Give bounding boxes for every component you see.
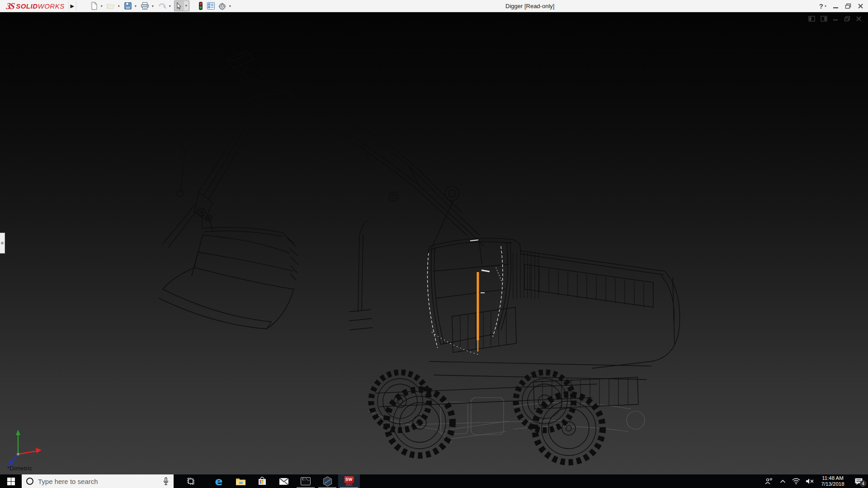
solidworks-2017-icon: SW 2017 (344, 476, 354, 487)
quick-access-toolbar: ▾ ▾ ▾ ▾ ▾ ▾ ▾ (89, 0, 233, 11)
close-button[interactable] (858, 3, 863, 9)
taskbar-app-command-prompt[interactable]: C:\_ (295, 474, 316, 488)
close-icon (858, 3, 863, 9)
action-center-button[interactable]: 4 (849, 474, 868, 488)
system-tray: 11:48 AM 7/13/2018 4 (762, 474, 868, 488)
select-dropdown-caret[interactable]: ▾ (184, 1, 189, 11)
print-button[interactable]: ▾ (140, 0, 156, 11)
clock-time: 11:48 AM (817, 475, 848, 481)
help-caret-icon: ▾ (825, 4, 826, 8)
edge-icon: e (215, 476, 223, 487)
save-floppy-icon (124, 2, 132, 10)
file-properties-button[interactable] (206, 0, 216, 11)
open-button[interactable]: ▾ (106, 0, 122, 11)
store-icon (258, 477, 267, 486)
brand-solid: SOLID (16, 2, 38, 10)
microphone-icon[interactable] (163, 477, 169, 485)
taskbar-app-solidworks[interactable]: SW 2017 (338, 474, 360, 488)
chevron-up-icon (780, 479, 786, 483)
save-dropdown-caret[interactable]: ▾ (133, 4, 138, 8)
options-gear-icon (218, 2, 226, 10)
task-view-button[interactable] (180, 474, 202, 488)
open-folder-icon (107, 2, 115, 10)
digger-wireframe-model (0, 12, 868, 474)
new-dropdown-caret[interactable]: ▾ (99, 4, 104, 8)
taskbar-search[interactable] (22, 474, 174, 488)
menu-flyout-arrow[interactable]: ▶ (68, 1, 76, 11)
restore-button[interactable] (845, 3, 851, 9)
taskbar-clock[interactable]: 11:48 AM 7/13/2018 (816, 475, 849, 487)
people-button[interactable] (762, 474, 776, 488)
title-bar: 3S SOLIDWORKS ▶ ▾ ▾ ▾ ▾ ▾ ▾ (0, 0, 868, 12)
print-icon (141, 2, 149, 10)
rebuild-button[interactable] (197, 0, 205, 11)
file-properties-icon (207, 2, 215, 10)
command-prompt-icon: C:\_ (301, 477, 311, 485)
windows-taskbar: e C:\_ SW 2017 11:48 (0, 474, 868, 488)
edrawings-hexagon-icon (322, 476, 333, 487)
taskbar-app-edrawings[interactable] (316, 474, 338, 488)
mail-icon (279, 478, 289, 485)
show-hidden-icons-button[interactable] (776, 474, 789, 488)
minimize-icon (833, 3, 839, 9)
graphics-area[interactable]: *Dimetric (0, 12, 868, 474)
brand-works: WORKS (38, 2, 64, 10)
minimize-button[interactable] (833, 3, 839, 9)
search-input[interactable] (38, 478, 158, 485)
taskbar-app-edge[interactable]: e (208, 474, 230, 488)
3ds-logo-icon: 3S (5, 1, 14, 11)
new-document-button[interactable]: ▾ (89, 0, 105, 11)
new-document-icon (90, 2, 98, 10)
volume-button[interactable] (803, 474, 816, 488)
orientation-triad (7, 430, 42, 467)
restore-icon (845, 3, 851, 9)
taskbar-app-store[interactable] (251, 474, 273, 488)
save-button[interactable]: ▾ (123, 0, 139, 11)
notification-badge: 4 (860, 480, 866, 487)
solidworks-logo: 3S SOLIDWORKS (0, 0, 68, 12)
taskbar-app-file-explorer[interactable] (230, 474, 251, 488)
clock-date: 7/13/2018 (817, 481, 848, 487)
people-icon (764, 478, 774, 485)
cortana-icon (26, 478, 33, 485)
undo-button[interactable]: ▾ (157, 0, 173, 11)
start-button[interactable] (0, 474, 22, 488)
help-icon: ? (819, 2, 823, 10)
print-dropdown-caret[interactable]: ▾ (151, 4, 155, 8)
help-button[interactable]: ?▾ (819, 2, 826, 10)
view-orientation-label: *Dimetric (7, 465, 32, 472)
speaker-muted-icon (806, 478, 814, 484)
wifi-button[interactable] (789, 474, 803, 488)
window-controls: ?▾ (819, 0, 863, 12)
options-dropdown-caret[interactable]: ▾ (228, 4, 232, 8)
task-view-icon (187, 477, 195, 485)
undo-dropdown-caret[interactable]: ▾ (168, 4, 172, 8)
taskbar-app-mail[interactable] (273, 474, 295, 488)
window-title: Digger [Read-only] (505, 3, 554, 9)
windows-logo-icon (7, 478, 15, 485)
rebuild-traffic-light-icon (198, 1, 204, 10)
select-cursor-icon (175, 2, 183, 10)
options-button[interactable]: ▾ (217, 0, 233, 11)
wifi-icon (792, 478, 800, 484)
undo-arrow-icon (158, 2, 166, 10)
file-explorer-icon (236, 477, 246, 486)
select-tool-button[interactable]: ▾ (174, 0, 189, 11)
open-dropdown-caret[interactable]: ▾ (117, 4, 121, 8)
